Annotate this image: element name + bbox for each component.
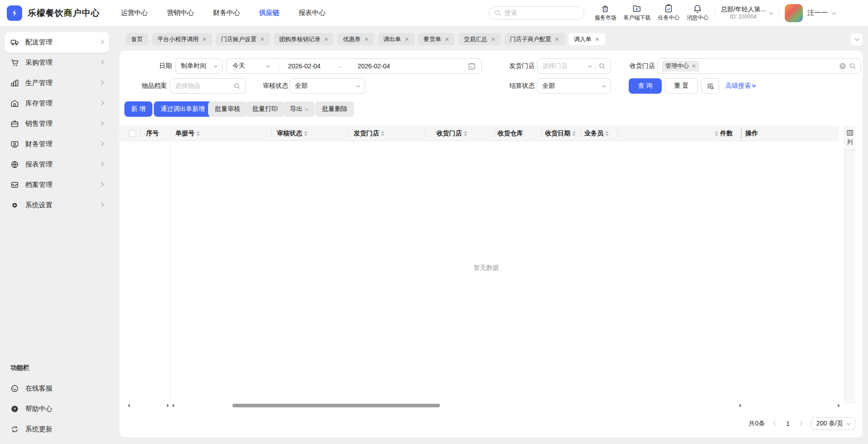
nav-item-finance[interactable]: 财务中心 [213,9,240,17]
avatar[interactable] [785,4,803,22]
page-size-select[interactable]: 200 条/页 [811,417,855,430]
fixed-columns-scrollbar[interactable] [128,403,169,408]
query-button[interactable]: 查 询 [629,78,662,94]
tabbar-collapse-button[interactable] [851,33,863,45]
sort-icon[interactable] [464,131,467,136]
global-search-input[interactable]: 搜索 [489,6,584,20]
column-resize-handle[interactable] [494,129,495,138]
export-button[interactable]: 导出 [283,101,315,117]
settle-status-select[interactable]: 全部 [537,78,611,94]
scroll-left-icon[interactable] [739,404,741,407]
column-header-salesman[interactable]: 业务员 [584,126,609,141]
column-header-receive-store[interactable]: 收货门店 [436,126,467,141]
nav-item-report[interactable]: 报表中心 [299,9,326,17]
client-download-button[interactable]: 客户端下载 [623,4,650,22]
tab-goods-request[interactable]: 要货单✕ [418,33,455,45]
tab-coupon[interactable]: 优惠券✕ [337,33,374,45]
column-header-ship-store[interactable]: 发货门店 [354,126,384,141]
add-button[interactable]: 新 增 [124,101,152,117]
sidebar-item-finance[interactable]: 财务管理 [5,134,109,154]
close-icon[interactable]: ✕ [364,37,369,42]
audit-status-select[interactable]: 全部 [289,78,365,94]
service-market-button[interactable]: 服务市场 [594,4,616,22]
column-resize-handle[interactable] [425,129,426,138]
sort-icon[interactable] [196,131,200,136]
batch-delete-button[interactable]: 批量删除 [315,101,354,117]
close-icon[interactable]: ✕ [324,37,328,42]
close-icon[interactable]: ✕ [595,37,600,42]
close-icon[interactable]: ✕ [445,37,449,42]
sidebar-item-delivery[interactable]: 配送管理 [5,32,109,53]
date-range-control[interactable]: 今天 2026-02-04 → 2026-02-04 [226,58,482,74]
advanced-search-link[interactable]: 高级搜索 [726,78,755,94]
column-header-audit-status[interactable]: 审核状态 [277,126,308,141]
close-icon[interactable]: ✕ [555,37,559,42]
date-start-input[interactable]: 2026-02-04 [288,62,321,70]
scroll-right-icon[interactable] [838,404,840,407]
nav-item-supply-chain[interactable]: 供应链 [259,9,280,17]
column-settings-tool[interactable]: 列 [844,126,855,404]
column-resize-handle[interactable] [617,129,618,138]
close-icon[interactable]: ✕ [404,37,409,42]
tab-transaction-summary[interactable]: 交易汇总✕ [458,33,501,45]
nav-item-operation[interactable]: 运营中心 [121,9,148,17]
current-page[interactable]: 1 [786,420,790,427]
sidebar-item-reports[interactable]: 报表管理 [5,154,109,175]
sidebar-item-inventory[interactable]: 库存管理 [5,93,109,114]
tab-transfer-in[interactable]: 调入单✕ [569,33,605,45]
tag-close-icon[interactable]: ✕ [692,63,696,69]
column-header-package-count[interactable]: 件数 [715,126,733,141]
user-menu[interactable]: 汪一一 [785,4,835,22]
clear-icon[interactable]: ✕ [840,63,846,69]
help-center-button[interactable]: ? 帮助中心 [10,399,114,419]
system-update-button[interactable]: 系统更新 [10,419,114,439]
scrollbar-thumb[interactable] [232,404,440,407]
close-icon[interactable]: ✕ [491,37,495,42]
sidebar-item-settings[interactable]: 系统设置 [5,195,109,215]
scroll-right-icon[interactable] [167,404,169,407]
close-icon[interactable]: ✕ [260,37,265,42]
next-page-button[interactable] [799,423,802,425]
date-end-input[interactable]: 2026-02-04 [358,62,390,70]
nav-item-marketing[interactable]: 营销中心 [167,9,194,17]
item-search-input[interactable]: 选择物品 [170,78,246,94]
tab-groupon-records[interactable]: 团购券核销记录✕ [274,33,334,45]
select-all-checkbox[interactable] [129,130,136,137]
message-center-button[interactable]: 消息中心 [687,4,708,22]
receive-store-select[interactable]: 管理中心 ✕ ✕ [657,58,861,74]
search-icon[interactable] [849,63,856,69]
reset-button[interactable]: 重 置 [665,78,698,94]
column-resize-handle[interactable] [271,129,272,138]
sidebar-item-purchasing[interactable]: 采购管理 [5,53,109,73]
scroll-left-icon[interactable] [128,404,130,407]
task-center-button[interactable]: 任务中心 [658,4,679,22]
tab-transfer-out[interactable]: 调出单✕ [378,33,414,45]
sidebar-item-archives[interactable]: 档案管理 [5,175,109,195]
date-type-select[interactable]: 制单时间 [175,58,223,74]
search-icon[interactable] [234,83,240,89]
tab-store-account[interactable]: 门店账户设置✕ [216,33,270,45]
sort-icon[interactable] [381,131,384,136]
column-header-doc-no[interactable]: 单据号 [175,126,200,141]
tab-sub-merchant-config[interactable]: 门店子商户配置✕ [504,33,564,45]
main-horizontal-scrollbar[interactable] [172,403,737,408]
column-resize-handle[interactable] [580,129,581,138]
online-service-button[interactable]: 在线客服 [10,378,114,399]
scroll-left-icon[interactable] [172,404,174,407]
sort-icon[interactable] [572,131,576,136]
right-columns-scrollbar[interactable] [739,403,840,408]
prev-page-button[interactable] [774,423,777,425]
column-header-receive-date[interactable]: 收货日期 [545,126,576,141]
column-resize-handle[interactable] [541,129,542,138]
batch-audit-button[interactable]: 批量审核 [208,101,247,117]
search-icon[interactable] [599,63,605,69]
column-resize-handle[interactable] [348,129,349,138]
ship-store-select[interactable]: 选择门店 [537,58,611,74]
sort-icon[interactable] [304,131,308,136]
filter-settings-button[interactable] [701,78,719,94]
sidebar-item-production[interactable]: 生产管理 [5,73,109,93]
tab-platform-miniprogram[interactable]: 平台小程序调用✕ [152,33,212,45]
batch-print-button[interactable]: 批量打印 [246,101,285,117]
date-preset-select[interactable]: 今天 [232,62,245,70]
column-resize-handle[interactable] [741,129,742,138]
